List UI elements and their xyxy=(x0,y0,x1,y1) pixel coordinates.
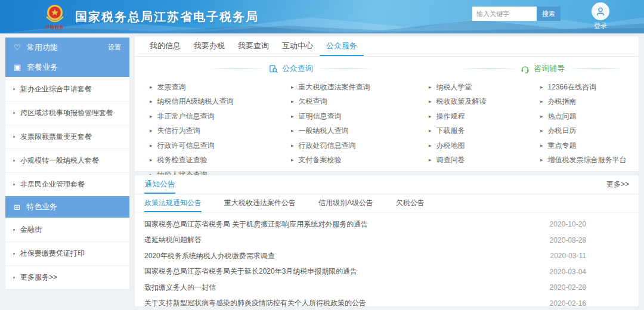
sidebar-item-nonresident[interactable]: 非居民企业管理套餐 xyxy=(5,172,129,196)
arrow-icon: ▸ xyxy=(540,99,543,104)
link-download-service[interactable]: ▸下载服务 xyxy=(429,124,540,139)
tax-bureau-logo: 中国税务 xyxy=(39,4,70,30)
notices-title-tab[interactable]: 通知公告 xyxy=(144,175,175,194)
tab-credit-a-notices[interactable]: 信用级别A级公告 xyxy=(318,194,373,212)
notice-row[interactable]: 关于支持新型冠状病毒感染的肺炎疫情防控有关个人所得税政策的公告 2020-02-… xyxy=(144,296,629,310)
tab-arrears-notices[interactable]: 欠税公告 xyxy=(396,194,425,212)
bullet-icon xyxy=(13,160,15,162)
link-tax-policy[interactable]: ▸税收政策及解读 xyxy=(429,95,540,110)
link-credit-a-taxpayer-query[interactable]: ▸纳税信用A级纳税人查询 xyxy=(150,95,291,110)
arrow-icon: ▸ xyxy=(429,143,432,148)
arrow-icon: ▸ xyxy=(291,85,294,90)
link-invoice-query[interactable]: ▸发票查询 xyxy=(150,80,291,95)
link-inspection-cert-check[interactable]: ▸税务检查证查验 xyxy=(150,153,291,168)
tab-policy-notices[interactable]: 政策法规通知公告 xyxy=(144,194,202,212)
service-links-grid: ▸发票查询 ▸纳税信用A级纳税人查询 ▸非正常户信息查询 ▸失信行为查询 ▸行政… xyxy=(135,74,639,182)
bullet-icon xyxy=(13,184,15,185)
notice-title[interactable]: 国家税务总局江苏省税务局关于延长2020年3月纳税申报期限的通告 xyxy=(144,266,357,277)
public-query-header: 公众查询 xyxy=(135,63,447,74)
link-vat-invoice-platform[interactable]: ▸增值税发票综合服务平台 xyxy=(540,153,639,168)
sidebar-item-financial-street[interactable]: 金融街 xyxy=(5,218,129,241)
search-button[interactable]: 搜索 xyxy=(537,7,561,21)
settings-link[interactable]: 设置 xyxy=(108,43,121,52)
divider-line xyxy=(462,69,516,69)
arrow-icon: ▸ xyxy=(540,114,543,119)
public-query-col2: ▸重大税收违法案件查询 ▸欠税查询 ▸证明信息查询 ▸一般纳税人查询 ▸行政处罚… xyxy=(291,80,429,182)
user-icon xyxy=(595,6,606,17)
favorites-label: 常用功能 xyxy=(27,42,58,53)
sidebar-item-favorites[interactable]: ♡ 常用功能 设置 xyxy=(5,38,129,57)
sidebar-item-invoice-quota[interactable]: 发票限额票量变更套餐 xyxy=(5,125,129,148)
notice-tabs: 政策法规通知公告 重大税收违法案件公告 信用级别A级公告 欠税公告 xyxy=(135,194,639,213)
sidebar-item-special-business[interactable]: ⊞ 特色业务 xyxy=(5,196,129,218)
link-admin-license-query[interactable]: ▸行政许可信息查询 xyxy=(150,138,291,153)
link-survey[interactable]: ▸调查问卷 xyxy=(429,153,540,168)
link-operation-rules[interactable]: ▸操作规程 xyxy=(429,109,540,124)
consult-col1: ▸纳税人学堂 ▸税收政策及解读 ▸操作规程 ▸下载服务 ▸办税地图 ▸调查问卷 xyxy=(429,80,540,182)
more-link[interactable]: 更多>> xyxy=(606,175,629,194)
national-emblem-icon xyxy=(43,4,67,24)
arrow-icon: ▸ xyxy=(540,143,543,148)
tab-my-query[interactable]: 我要查询 xyxy=(231,36,275,56)
link-major-violation-query[interactable]: ▸重大税收违法案件查询 xyxy=(291,80,429,95)
notice-row[interactable]: 国家税务总局江苏省税务局 关于机房搬迁影响应用系统对外服务的通告 2020-10… xyxy=(144,216,629,232)
public-query-col1: ▸发票查询 ▸纳税信用A级纳税人查询 ▸非正常户信息查询 ▸失信行为查询 ▸行政… xyxy=(150,80,291,182)
link-key-topics[interactable]: ▸重点专题 xyxy=(540,138,639,153)
avatar[interactable] xyxy=(592,2,609,20)
arrow-icon: ▸ xyxy=(540,157,543,163)
sidebar: ♡ 常用功能 设置 ▣ 套餐业务 新办企业综合申请套餐 跨区域涉税事项报验管理套… xyxy=(5,37,130,290)
link-dishonesty-query[interactable]: ▸失信行为查询 xyxy=(150,124,291,139)
link-general-taxpayer-query[interactable]: ▸一般纳税人查询 xyxy=(291,124,429,139)
link-abnormal-household-query[interactable]: ▸非正常户信息查询 xyxy=(150,109,291,124)
tab-major-violation-notices[interactable]: 重大税收违法案件公告 xyxy=(224,194,296,212)
link-payment-filing-check[interactable]: ▸支付备案校验 xyxy=(291,153,429,168)
notice-list: 国家税务总局江苏省税务局 关于机房搬迁影响应用系统对外服务的通告 2020-10… xyxy=(135,213,639,310)
sidebar-item-new-enterprise[interactable]: 新办企业综合申请套餐 xyxy=(5,77,129,101)
bullet-icon xyxy=(13,277,15,278)
arrow-icon: ▸ xyxy=(150,157,153,163)
tab-interaction-center[interactable]: 互动中心 xyxy=(275,36,320,56)
heart-icon: ♡ xyxy=(14,43,21,52)
site-title: 国家税务总局江苏省电子税务局 xyxy=(75,9,259,25)
link-12366-online[interactable]: ▸12366在线咨询 xyxy=(540,80,639,95)
notice-row[interactable]: 国家税务总局江苏省税务局关于延长2020年3月纳税申报期限的通告 2020-03… xyxy=(144,264,629,280)
link-taxpayer-school[interactable]: ▸纳税人学堂 xyxy=(429,80,540,95)
login-label[interactable]: 登录 xyxy=(592,21,609,30)
arrow-icon: ▸ xyxy=(291,114,294,119)
notice-title[interactable]: 递延纳税问题解答 xyxy=(144,235,202,245)
sidebar-item-label: 小规模转一般纳税人套餐 xyxy=(20,156,99,166)
header-search: 搜索 xyxy=(472,7,561,21)
tab-my-info[interactable]: 我的信息 xyxy=(143,36,187,56)
notice-row[interactable]: 2020年税务系统纳税人办税缴费需求调查 2020-03-11 xyxy=(144,248,629,264)
main-nav-tabs: 我的信息 我要办税 我要查询 互动中心 公众服务 xyxy=(135,36,639,57)
link-tax-arrears-query[interactable]: ▸欠税查询 xyxy=(291,95,429,110)
notice-row[interactable]: 致扣缴义务人的一封信 2020-02-28 xyxy=(144,280,629,296)
sidebar-item-more-services[interactable]: 更多服务>> xyxy=(5,265,129,289)
sidebar-item-small-scale[interactable]: 小规模转一般纳税人套餐 xyxy=(5,148,129,172)
sidebar-item-label: 发票限额票量变更套餐 xyxy=(20,132,92,142)
notice-title[interactable]: 致扣缴义务人的一封信 xyxy=(144,283,216,293)
sidebar-item-label: 新办企业综合申请套餐 xyxy=(20,84,92,94)
sidebar-header-block: ♡ 常用功能 设置 ▣ 套餐业务 xyxy=(5,38,129,77)
tab-tax-handling[interactable]: 我要办税 xyxy=(187,36,231,56)
notice-title[interactable]: 关于支持新型冠状病毒感染的肺炎疫情防控有关个人所得税政策的公告 xyxy=(144,298,366,308)
link-tax-calendar[interactable]: ▸办税日历 xyxy=(540,124,639,139)
bullet-icon xyxy=(13,88,15,90)
sidebar-item-cross-region[interactable]: 跨区域涉税事项报验管理套餐 xyxy=(5,101,129,125)
link-tax-guide[interactable]: ▸办税指南 xyxy=(540,95,639,110)
notice-title[interactable]: 2020年税务系统纳税人办税缴费需求调查 xyxy=(144,251,275,261)
link-admin-penalty-query[interactable]: ▸行政处罚信息查询 xyxy=(291,138,429,153)
link-certificate-info-query[interactable]: ▸证明信息查询 xyxy=(291,109,429,124)
notice-row[interactable]: 递延纳税问题解答 2020-08-28 xyxy=(144,232,629,249)
tab-public-services[interactable]: 公众服务 xyxy=(320,36,364,56)
link-hot-issues[interactable]: ▸热点问题 xyxy=(540,109,639,124)
link-tax-map[interactable]: ▸办税地图 xyxy=(429,138,540,153)
arrow-icon: ▸ xyxy=(291,128,294,134)
notice-title[interactable]: 国家税务总局江苏省税务局 关于机房搬迁影响应用系统对外服务的通告 xyxy=(144,219,368,230)
login-area[interactable]: 登录 xyxy=(592,2,609,30)
search-input[interactable] xyxy=(472,7,537,21)
arrow-icon: ▸ xyxy=(150,99,153,104)
arrow-icon: ▸ xyxy=(150,85,153,90)
sidebar-item-packages[interactable]: ▣ 套餐业务 xyxy=(5,57,129,77)
sidebar-item-social-insurance[interactable]: 社保费缴费凭证打印 xyxy=(5,241,129,265)
